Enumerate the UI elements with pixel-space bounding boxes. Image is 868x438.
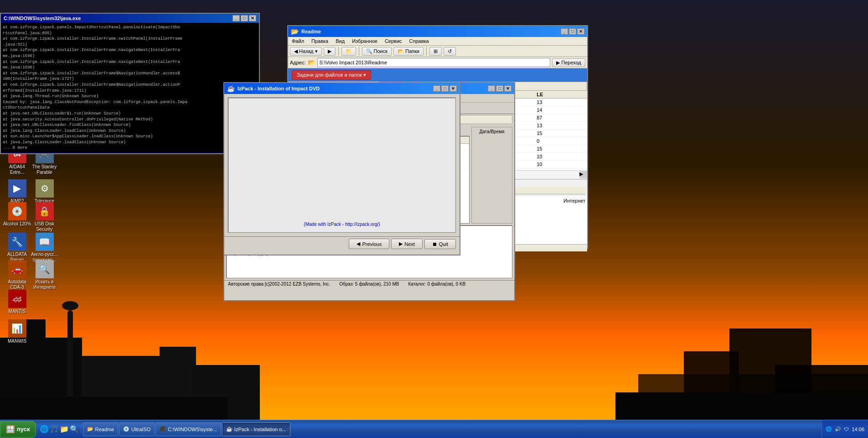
cmd-title: C:\WINDOWS\system32\java.exe [4,16,81,21]
icon-manwis[interactable]: 📊 MANWIS [2,319,32,344]
readme-window-controls: _ □ ✕ [561,28,584,35]
windows-logo-icon: 🪟 [6,425,15,433]
menu-help[interactable]: Справка [408,38,431,44]
ql-folder-icon[interactable]: 📁 [60,425,69,433]
cmd-window: C:\WINDOWS\system32\java.exe _ □ ✕ at co… [0,13,260,154]
menu-view[interactable]: Вид [334,38,346,44]
taskbar-item-ultraiso[interactable]: 💿 UltraISO [119,422,155,436]
readme-maximize-btn[interactable]: □ [569,28,576,35]
clock: 14:06 [852,427,864,432]
start-button[interactable]: 🪟 пуск [0,421,36,438]
forward-button[interactable]: ▶ [324,47,336,56]
ultraiso-copyright: Авторские права [c]2002-2012 EZB Systems… [228,282,330,287]
icon-usbdisk[interactable]: 🔒 USB DiskSecurity [30,202,59,232]
folders-btn[interactable]: 📁 [341,47,356,56]
cmd-window-controls: _ □ ✕ [232,15,256,21]
address-input[interactable] [317,58,551,67]
folder-icon: 📂 [398,48,404,54]
menu-favorites[interactable]: Избранное [350,38,379,44]
ultraiso-maximize-btn[interactable]: □ [496,85,503,92]
readme-minimize-btn[interactable]: _ [561,28,568,35]
separator2 [359,47,359,56]
izpack-main-area: (Made with IzPack - http://izpack.org/) [228,98,455,232]
ultraiso-catalog-info: Каталог: 0 файла(ов), 0 KB [408,282,465,287]
ultraiso-controls: _ □ ✕ [488,85,512,92]
address-folder-icon: 📂 [308,59,315,66]
previous-button[interactable]: ◀ Previous [349,239,389,249]
menu-service[interactable]: Сервис [383,38,404,44]
quit-button[interactable]: ⏹ Quit [424,239,456,249]
svg-rect-12 [615,392,868,420]
folder-task-bar: Задачи для файлов и папок ▾ [288,68,587,82]
cityscape-svg [0,283,868,420]
next-button[interactable]: ▶ Next [391,239,423,249]
taskbar-cmd-icon: ⬛ [160,426,166,432]
readme-close-btn[interactable]: ✕ [577,28,584,35]
izpack-bottom-bar: ◀ Previous ▶ Next ⏹ Quit [224,236,460,251]
go-icon: ▶ [556,60,560,66]
go-button[interactable]: ▶ Переход [552,58,585,67]
cmd-content: at com.izforge.izpack.panels.ImpactShort… [1,23,259,152]
refresh-btn[interactable]: ↺ [444,47,456,56]
view-btn[interactable]: ⊞ [429,47,442,56]
systray: 🌐 🔊 🛡 14:06 [822,420,868,438]
readme-address-bar: Адрес: 📂 ▶ Переход [288,57,587,68]
izpack-minimize-btn[interactable]: _ [433,85,440,92]
next-arrow-icon: ▶ [399,241,403,247]
icon-anglomenu[interactable]: 📖 Англо-русс...тренажер... [30,233,59,263]
separator [338,47,339,56]
izpack-close-btn[interactable]: ✕ [450,85,457,92]
izpack-window: ☕ IzPack - Installation of Impact DVD _ … [223,82,460,256]
icon-search-web[interactable]: 🔍 Искать вИнтернете [30,260,59,290]
folders-nav-btn[interactable]: 📂 Папки [393,47,424,56]
izpack-titlebar: ☕ IzPack - Installation of Impact DVD _ … [224,83,460,94]
ultraiso-statusbar: Авторские права [c]2002-2012 EZB Systems… [224,280,514,287]
internet-label: Интернет [563,198,585,203]
ultraiso-close-btn[interactable]: ✕ [504,85,512,92]
readme-titlebar: 📂 Readme _ □ ✕ [288,26,587,37]
col-date: LE [534,91,587,99]
ultraiso-minimize-btn[interactable]: _ [488,85,495,92]
separator3 [426,47,427,56]
cmd-close-btn[interactable]: ✕ [249,15,256,21]
search-icon: 🔍 [366,48,372,54]
cmd-minimize-btn[interactable]: _ [232,15,240,21]
back-arrow-icon: ◀ [294,48,298,54]
back-button[interactable]: ◀ Назад ▾ [290,47,322,56]
izpack-maximize-btn[interactable]: □ [441,85,449,92]
scroll-right-btn[interactable]: ▶ [579,171,587,178]
quit-icon: ⏹ [432,241,437,247]
taskbar-item-cmd[interactable]: ⬛ C:\WINDOWS\syste... [155,422,221,436]
taskbar-item-readme[interactable]: 📂 Readme [83,422,119,436]
readme-title: Readme [301,29,321,34]
cmd-maximize-btn[interactable]: □ [241,15,248,21]
izpack-link[interactable]: (Made with IzPack - http://izpack.org/) [302,220,382,229]
systray-volume-icon: 🔊 [835,426,841,432]
ql-search-icon[interactable]: 🔍 [70,425,79,433]
menu-file[interactable]: Файл [290,38,306,44]
icon-alldata[interactable]: 🔧 ALLDATARepair [2,233,32,263]
desktop: 64 AIDA64Extre... 🎮 The StanleyParable ▶… [0,0,868,420]
task-file-btn[interactable]: Задачи для файлов и папок ▾ [292,70,371,80]
taskbar-readme-icon: 📂 [87,426,93,432]
icon-aimp2[interactable]: ▶ AIMP2 [2,179,32,204]
icon-alcohol[interactable]: 💿 Alcohol 120% [2,202,32,227]
systray-shield-icon: 🛡 [844,427,849,432]
ql-ie-icon[interactable]: 🌐 [40,425,49,433]
quick-launch: 🌐 🎵 📁 🔍 [38,425,81,433]
ql-media-icon[interactable]: 🎵 [50,425,59,433]
icon-autodata[interactable]: 🚗 AutodataCDA-3 [2,260,32,290]
menu-edit[interactable]: Правка [310,38,330,44]
readme-menubar: Файл Правка Вид Избранное Сервис Справка [288,37,587,46]
address-label: Адрес: [290,60,306,65]
taskbar-ultraiso-icon: 💿 [123,426,129,432]
taskbar-item-izpack[interactable]: ☕ IzPack - Installation o... [222,422,290,436]
izpack-title: IzPack - Installation of Impact DVD [238,86,320,91]
search-btn[interactable]: 🔍 Поиск [362,47,392,56]
izpack-content: (Made with IzPack - http://izpack.org/) [228,98,456,233]
ultraiso-right-panel: Дата/Время [471,127,512,224]
taskbar-izpack-icon: ☕ [226,426,232,432]
icon-mantis[interactable]: 🏎 MANTIS [2,290,32,314]
svg-point-5 [62,301,78,310]
readme-toolbar: ◀ Назад ▾ ▶ 📁 🔍 Поиск 📂 Папки ⊞ ↺ [288,46,587,57]
